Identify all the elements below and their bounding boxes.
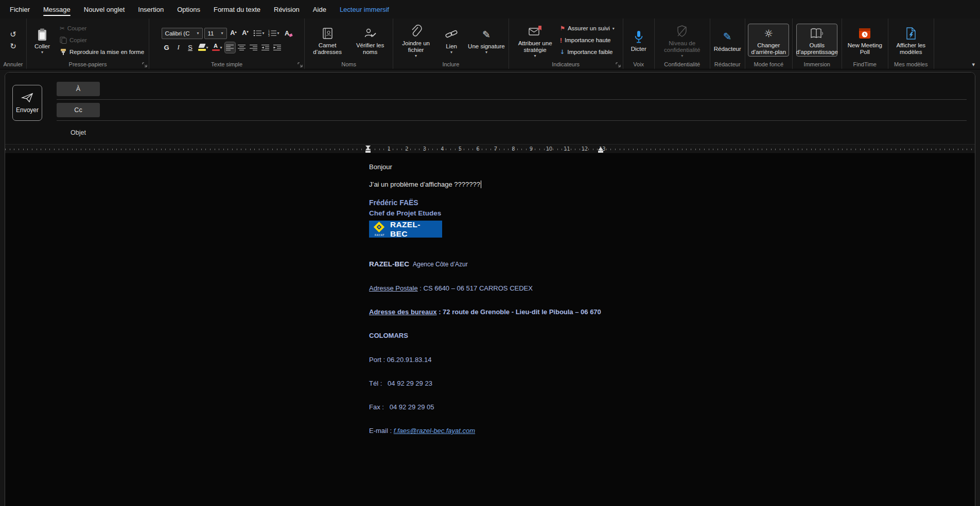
copy-button[interactable]: Copier bbox=[57, 35, 90, 45]
signature-button[interactable]: ✎ Une signature ▾ bbox=[466, 25, 506, 55]
link-button[interactable]: Lien ▾ bbox=[438, 25, 465, 55]
menu-lecteur-immersif[interactable]: Lecteur immersif bbox=[333, 0, 396, 19]
undo-button[interactable]: ↺ bbox=[7, 29, 20, 40]
menu-message[interactable]: Message bbox=[37, 0, 77, 19]
switch-background-label: Changer d’arrière-plan bbox=[750, 42, 787, 56]
to-button[interactable]: À bbox=[57, 82, 100, 96]
decrease-indent-button[interactable] bbox=[260, 42, 271, 53]
cc-button[interactable]: Cc bbox=[57, 103, 100, 117]
paste-button[interactable]: Coller ▾ bbox=[29, 25, 56, 55]
align-center-button[interactable] bbox=[237, 42, 247, 53]
high-importance-button[interactable]: ! Importance haute bbox=[557, 35, 614, 45]
collapse-ribbon-button[interactable]: ▾ bbox=[972, 61, 975, 68]
group-label-redacteur: Rédacteur bbox=[712, 60, 743, 69]
hanging-indent-marker[interactable] bbox=[365, 147, 371, 150]
menu-revision[interactable]: Révision bbox=[267, 0, 306, 19]
grow-font-button[interactable]: A▴ bbox=[229, 28, 239, 39]
chevron-down-icon: ▾ bbox=[221, 31, 223, 35]
align-right-button[interactable] bbox=[249, 42, 259, 53]
cc-input[interactable] bbox=[108, 100, 967, 120]
bullets-icon bbox=[253, 30, 262, 37]
paperclip-icon bbox=[410, 24, 422, 39]
switch-background-button[interactable]: ☼ Changer d’arrière-plan bbox=[748, 24, 789, 57]
view-templates-button[interactable]: Afficher les modèles bbox=[890, 24, 932, 56]
menu-nouvel-onglet[interactable]: Nouvel onglet bbox=[77, 0, 132, 19]
font-family-select[interactable]: Calibri (C ▾ bbox=[162, 28, 203, 39]
ribbon-group-texte-simple: Calibri (C ▾ 11 ▾ A▴ A▾ ▾ 123 bbox=[149, 19, 305, 69]
assign-policy-icon bbox=[528, 24, 542, 39]
view-templates-label: Afficher les modèles bbox=[892, 42, 930, 56]
assign-policy-label: Attribuer une stratégie bbox=[516, 40, 554, 53]
city-line: COLOMARS bbox=[369, 332, 965, 339]
menu-fichier[interactable]: Fichier bbox=[3, 0, 37, 19]
highlight-button[interactable]: ▾ bbox=[197, 42, 209, 53]
follow-up-button[interactable]: ⚑ Assurer un suivi ▾ bbox=[557, 23, 617, 33]
menu-insertion[interactable]: Insertion bbox=[131, 0, 170, 19]
numbering-button[interactable]: 123 ▾ bbox=[267, 28, 281, 39]
chevron-down-icon: ▾ bbox=[485, 50, 487, 55]
align-center-icon bbox=[238, 44, 246, 51]
check-names-button[interactable]: Vérifier les noms bbox=[349, 24, 391, 56]
attach-file-button[interactable]: Joindre un fichier ▾ bbox=[395, 22, 436, 59]
dialog-launcher-icon[interactable] bbox=[297, 62, 303, 67]
ruler-number: 11 bbox=[564, 146, 570, 152]
menu-format-du-texte[interactable]: Format du texte bbox=[207, 0, 267, 19]
chevron-down-icon: ▾ bbox=[220, 45, 222, 50]
right-indent-marker[interactable] bbox=[598, 147, 603, 150]
left-indent-marker[interactable] bbox=[365, 151, 371, 153]
right-indent-base[interactable] bbox=[598, 151, 603, 153]
address-book-button[interactable]: Carnet d’adresses bbox=[307, 24, 348, 56]
group-label-mode-fonce: Mode foncé bbox=[747, 60, 790, 69]
underline-button[interactable]: S bbox=[185, 42, 196, 53]
send-button[interactable]: Envoyer bbox=[12, 85, 42, 121]
ribbon-group-mode-fonce: ☼ Changer d’arrière-plan Mode foncé bbox=[745, 19, 793, 69]
low-importance-button[interactable]: ↓ Importance faible bbox=[557, 47, 616, 57]
menubar: Fichier Message Nouvel onglet Insertion … bbox=[0, 0, 980, 19]
dialog-launcher-icon[interactable] bbox=[616, 62, 621, 67]
group-label-presse-papiers: Presse-papiers bbox=[29, 60, 147, 69]
assign-policy-button[interactable]: Attribuer une stratégie ▾ bbox=[515, 22, 556, 59]
high-importance-label: Importance haute bbox=[565, 37, 611, 43]
cut-button[interactable]: ✂ Couper bbox=[57, 23, 89, 33]
ruler[interactable]: 12345678910111213 bbox=[5, 144, 975, 154]
redo-button[interactable]: ↻ bbox=[7, 41, 20, 52]
message-body[interactable]: Bonjour J’ai un problème d’affichage ???… bbox=[5, 154, 975, 506]
undo-icon: ↺ bbox=[10, 30, 16, 39]
group-label-voix: Voix bbox=[625, 60, 652, 69]
text-cursor bbox=[481, 180, 482, 188]
clear-formatting-icon: A bbox=[285, 30, 289, 37]
new-meeting-poll-button[interactable]: New Meeting Poll bbox=[844, 24, 885, 56]
increase-indent-button[interactable] bbox=[272, 42, 283, 53]
clear-formatting-button[interactable]: A bbox=[282, 28, 292, 39]
sensitivity-label: Niveau de confidentialité bbox=[663, 40, 701, 53]
shrink-font-button[interactable]: A▾ bbox=[240, 28, 251, 39]
bold-button[interactable]: G bbox=[162, 42, 172, 53]
bullets-button[interactable]: ▾ bbox=[252, 28, 266, 39]
dictate-button[interactable]: Dicter bbox=[625, 28, 652, 53]
ruler-number: 12 bbox=[582, 146, 588, 152]
signature-name: Frédéric FAËS bbox=[369, 197, 965, 208]
group-label-confidentialite: Confidentialité bbox=[657, 60, 708, 69]
ribbon-group-immersion: Outils d’apprentissage Immersion bbox=[793, 19, 842, 69]
sensitivity-button[interactable]: Niveau de confidentialité ▾ bbox=[661, 22, 703, 59]
ruler-number: 8 bbox=[511, 146, 517, 152]
font-color-icon: A bbox=[212, 44, 220, 51]
align-left-button[interactable] bbox=[225, 42, 235, 53]
signature-title: Chef de Projet Etudes bbox=[369, 208, 965, 219]
italic-button[interactable]: I bbox=[173, 42, 184, 53]
address-book-label: Carnet d’adresses bbox=[308, 42, 346, 56]
font-color-button[interactable]: A ▾ bbox=[211, 42, 223, 53]
menu-aide[interactable]: Aide bbox=[306, 0, 333, 19]
signature-label: Une signature bbox=[468, 43, 505, 50]
to-row: À bbox=[57, 79, 967, 100]
menu-options[interactable]: Options bbox=[170, 0, 207, 19]
editor-button[interactable]: ✎ Rédacteur bbox=[712, 28, 743, 53]
dialog-launcher-icon[interactable] bbox=[142, 62, 147, 67]
font-size-select[interactable]: 11 ▾ bbox=[204, 28, 227, 39]
subject-input[interactable] bbox=[108, 121, 967, 144]
email-link[interactable]: f.faes@razel-bec.fayat.com bbox=[394, 427, 475, 435]
format-painter-button[interactable]: Reproduire la mise en forme bbox=[57, 47, 147, 57]
to-input[interactable] bbox=[108, 79, 967, 99]
learning-tools-button[interactable]: Outils d’apprentissage bbox=[796, 24, 837, 57]
copy-label: Copier bbox=[69, 37, 87, 43]
